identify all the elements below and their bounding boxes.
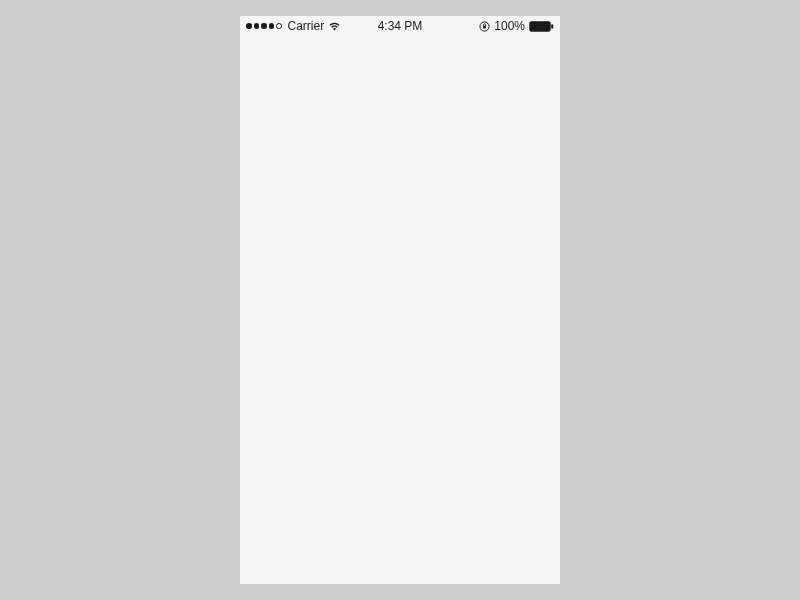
battery-icon bbox=[529, 21, 554, 32]
wifi-icon bbox=[328, 21, 341, 31]
status-bar-left: Carrier bbox=[246, 19, 341, 33]
svg-rect-1 bbox=[483, 26, 486, 28]
battery-percent-label: 100% bbox=[494, 19, 525, 33]
device-screen: Carrier 4:34 PM 100% bbox=[240, 16, 560, 584]
carrier-label: Carrier bbox=[288, 19, 325, 33]
orientation-lock-icon bbox=[479, 21, 490, 32]
signal-strength-icon bbox=[246, 23, 282, 29]
status-bar-time: 4:34 PM bbox=[378, 19, 423, 33]
svg-rect-2 bbox=[530, 21, 551, 31]
status-bar-right: 100% bbox=[479, 19, 554, 33]
status-bar: Carrier 4:34 PM 100% bbox=[240, 16, 560, 36]
svg-rect-3 bbox=[551, 24, 553, 28]
content-area bbox=[240, 36, 560, 584]
